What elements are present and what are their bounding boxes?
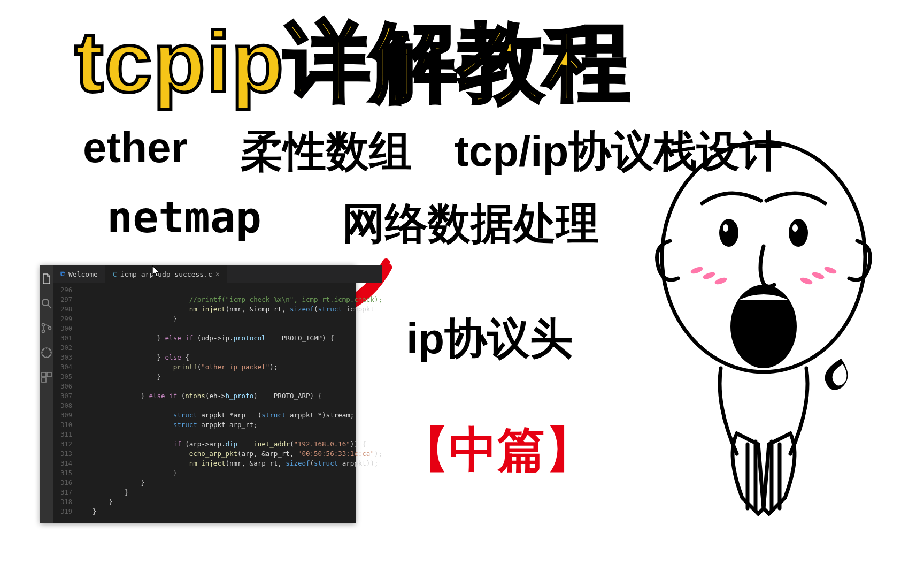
svg-point-18 (811, 271, 825, 280)
extensions-icon[interactable] (40, 371, 53, 384)
meme-face (641, 134, 887, 551)
tab-file[interactable]: C icmp_arp_udp_success.c × (105, 265, 227, 283)
keyword-net-data: 网络数据处理 (342, 195, 599, 253)
svg-point-2 (42, 324, 45, 326)
files-icon[interactable] (40, 272, 53, 285)
search-icon[interactable] (40, 297, 53, 310)
close-icon[interactable]: × (215, 270, 220, 278)
svg-point-10 (719, 219, 738, 247)
code-area[interactable]: 296 297 298 299 300 301 302 303 304 305 … (53, 283, 382, 523)
svg-line-1 (48, 305, 51, 308)
keyword-ip-header: ip协议头 (406, 310, 573, 368)
svg-point-19 (823, 265, 837, 275)
keyword-netmap: netmap (107, 193, 261, 242)
keyword-ether: ether (83, 123, 188, 172)
svg-point-17 (799, 276, 813, 286)
part-label: 【中篇】 (401, 417, 594, 483)
svg-point-16 (714, 276, 728, 286)
code-editor: ⧉ Welcome C icmp_arp_udp_success.c × 296… (40, 265, 356, 523)
svg-rect-6 (42, 372, 46, 377)
svg-rect-7 (47, 372, 51, 377)
page-title: tcpip详解教程 (75, 5, 631, 121)
svg-point-13 (792, 224, 798, 232)
debug-icon[interactable] (40, 346, 53, 359)
svg-point-11 (789, 219, 808, 247)
activity-bar (40, 265, 53, 523)
tab-welcome[interactable]: ⧉ Welcome (53, 265, 105, 283)
tab-label: Welcome (68, 270, 98, 278)
svg-point-0 (42, 299, 49, 306)
cursor-icon (151, 265, 161, 278)
svg-rect-8 (42, 378, 46, 382)
svg-point-5 (42, 348, 51, 358)
editor-main: ⧉ Welcome C icmp_arp_udp_success.c × 296… (53, 265, 382, 523)
svg-point-4 (49, 327, 51, 330)
keyword-flexible-array: 柔性数组 (241, 123, 412, 181)
code-body[interactable]: //printf("icmp check %x\n", icmp_rt.icmp… (76, 283, 382, 523)
tab-label: icmp_arp_udp_success.c (120, 270, 212, 278)
line-gutter: 296 297 298 299 300 301 302 303 304 305 … (53, 283, 76, 523)
svg-point-14 (690, 265, 704, 275)
svg-point-15 (702, 271, 716, 280)
svg-point-3 (42, 330, 45, 333)
tab-bar: ⧉ Welcome C icmp_arp_udp_success.c × (53, 265, 382, 283)
git-icon[interactable] (40, 322, 53, 334)
svg-point-12 (723, 224, 728, 232)
